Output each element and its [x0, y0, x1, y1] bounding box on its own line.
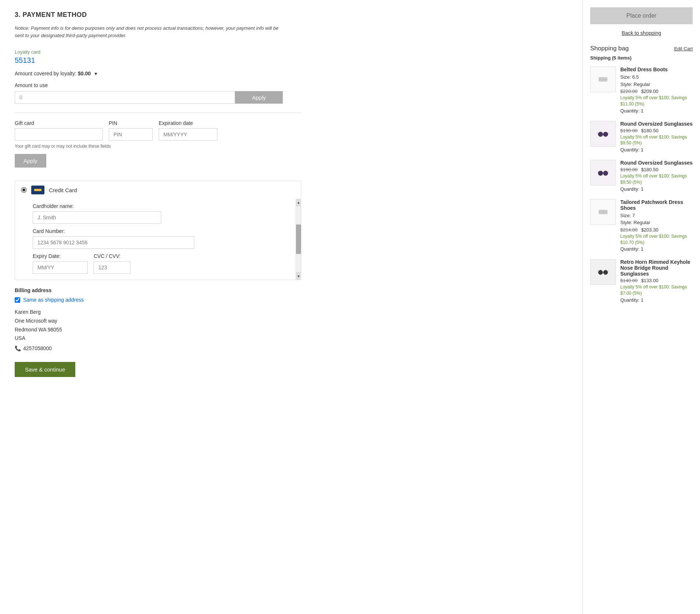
cart-item-image	[590, 67, 616, 92]
item-name: Tailored Patchwork Dress Shoes	[620, 199, 693, 211]
place-order-button[interactable]: Place order	[590, 7, 693, 24]
billing-phone: 4257058000	[23, 344, 52, 353]
gift-card-number-field: Gift card	[15, 120, 103, 141]
sale-price: $133.00	[641, 278, 658, 283]
cardholder-label: Cardholder name:	[33, 203, 290, 209]
cart-item: Belted Dress Boots Size: 6.5 Style: Regu…	[590, 67, 693, 114]
cardholder-input[interactable]	[33, 211, 161, 224]
billing-section: Billing address Same as shipping address…	[15, 287, 301, 353]
loyalty-card-number: 55131	[15, 56, 301, 65]
same-as-shipping-label: Same as shipping address	[23, 297, 84, 303]
original-price: $220.00	[620, 89, 638, 94]
gift-card-expiration-field: Expiration date	[159, 120, 217, 141]
billing-title: Billing address	[15, 287, 301, 293]
scroll-down-arrow[interactable]: ▼	[296, 272, 301, 280]
svg-point-7	[598, 171, 603, 176]
gift-card-label: Gift card	[15, 120, 103, 126]
phone-icon: 📞	[15, 344, 21, 353]
item-name: Belted Dress Boots	[620, 67, 693, 72]
svg-point-15	[603, 270, 608, 275]
amount-covered: Amount covered by loyalty: $0.00 ▼	[15, 71, 301, 76]
loyalty-card-label: Loyalty card	[15, 49, 301, 55]
loyalty-apply-button[interactable]: Apply	[235, 91, 283, 104]
sale-price: $180.50	[641, 128, 658, 133]
cart-item-image	[590, 121, 616, 147]
payment-method-section: Credit Card Cardholder name: Card Number…	[15, 181, 301, 280]
cvv-label: CVC / CVV:	[94, 253, 130, 259]
save-continue-button[interactable]: Save & continue	[15, 362, 75, 377]
cart-item-details: Round Oversized Sunglasses $190.00 $180.…	[620, 160, 693, 192]
loyalty-apply-row: Apply	[15, 91, 301, 104]
credit-card-radio[interactable]	[21, 187, 27, 193]
billing-country: USA	[15, 334, 301, 343]
pin-label: PIN	[109, 120, 153, 126]
svg-line-18	[608, 271, 609, 271]
item-meta: Size: 7	[620, 212, 693, 219]
back-to-shopping: Back to shopping	[590, 30, 693, 36]
gift-card-row: Gift card PIN Expiration date	[15, 120, 301, 141]
payment-method-label: Credit Card	[49, 187, 77, 193]
cart-item-image	[590, 199, 616, 225]
credit-card-icon	[31, 186, 44, 194]
same-as-shipping-row: Same as shipping address	[15, 297, 301, 303]
gift-card-apply-button[interactable]: Apply	[15, 154, 46, 168]
scroll-thumb	[296, 225, 301, 254]
dropdown-arrow-icon[interactable]: ▼	[94, 71, 98, 76]
gift-card-section: Gift card PIN Expiration date Your gift …	[15, 120, 301, 173]
shopping-bag-header: Shopping bag Edit Cart	[590, 45, 693, 52]
billing-address1: One Microsoft way	[15, 317, 301, 326]
item-name: Round Oversized Sunglasses	[620, 160, 693, 166]
item-meta: Size: 6.5	[620, 73, 693, 81]
cart-item: Round Oversized Sunglasses $190.00 $180.…	[590, 121, 693, 153]
original-price: $190.00	[620, 167, 638, 172]
original-price: $190.00	[620, 128, 638, 133]
svg-line-17	[598, 271, 598, 271]
item-style: Style: Regular	[620, 81, 693, 88]
sale-price: $209.00	[641, 89, 658, 94]
same-as-shipping-checkbox[interactable]	[15, 297, 20, 303]
sale-price: $180.50	[641, 167, 658, 172]
gift-card-pin-field: PIN	[109, 120, 153, 141]
original-price: $214.00	[620, 227, 638, 233]
price-row: $190.00 $180.50	[620, 167, 693, 172]
loyalty-savings: Loyalty 5% off over $100: Savings $9.50 …	[620, 173, 693, 186]
loyalty-amount-input[interactable]	[15, 91, 235, 104]
billing-address2: Redmond WA 98055	[15, 326, 301, 334]
expiry-input[interactable]	[33, 261, 88, 274]
back-to-shopping-link[interactable]: Back to shopping	[622, 30, 661, 36]
item-style: Style: Regular	[620, 219, 693, 226]
sidebar: Place order Back to shopping Shopping ba…	[582, 0, 700, 614]
expiry-field: Expiry Date:	[33, 253, 88, 274]
cart-item-image	[590, 259, 616, 285]
svg-point-14	[598, 270, 603, 275]
expiration-label: Expiration date	[159, 120, 217, 126]
shopping-bag-title: Shopping bag	[590, 45, 629, 52]
svg-point-3	[603, 132, 608, 137]
loyalty-savings: Loyalty 5% off over $100: Savings $9.50 …	[620, 134, 693, 147]
item-name: Round Oversized Sunglasses	[620, 121, 693, 127]
loyalty-savings: Loyalty 5% off over $100: Savings $7.00 …	[620, 284, 693, 297]
price-row: $220.00 $209.00	[620, 89, 693, 94]
cart-item: Tailored Patchwork Dress Shoes Size: 7 S…	[590, 199, 693, 252]
card-number-label: Card Number:	[33, 228, 290, 234]
shipping-label: Shipping (5 items)	[590, 55, 693, 61]
expiry-cvv-row: Expiry Date: CVC / CVV:	[33, 253, 290, 274]
cvv-input[interactable]	[94, 261, 130, 274]
pin-input[interactable]	[109, 128, 153, 141]
quantity-text: Quantity: 1	[620, 108, 693, 114]
svg-line-6	[608, 132, 609, 133]
scroll-up-arrow[interactable]: ▲	[296, 199, 301, 206]
loyalty-section: Loyalty card 55131 Amount covered by loy…	[15, 49, 301, 104]
svg-line-11	[608, 172, 609, 172]
payment-method-header[interactable]: Credit Card	[15, 181, 301, 199]
cart-item: Round Oversized Sunglasses $190.00 $180.…	[590, 160, 693, 192]
card-number-input[interactable]	[33, 236, 194, 249]
gift-card-input[interactable]	[15, 128, 103, 141]
cart-item-details: Round Oversized Sunglasses $190.00 $180.…	[620, 121, 693, 153]
edit-cart-link[interactable]: Edit Cart	[674, 46, 693, 51]
svg-line-10	[598, 172, 598, 172]
amount-to-use-label: Amount to use	[15, 82, 301, 88]
expiration-input[interactable]	[159, 128, 217, 141]
billing-name: Karen Berg	[15, 308, 301, 317]
item-name: Retro Horn Rimmed Keyhole Nose Bridge Ro…	[620, 259, 693, 277]
